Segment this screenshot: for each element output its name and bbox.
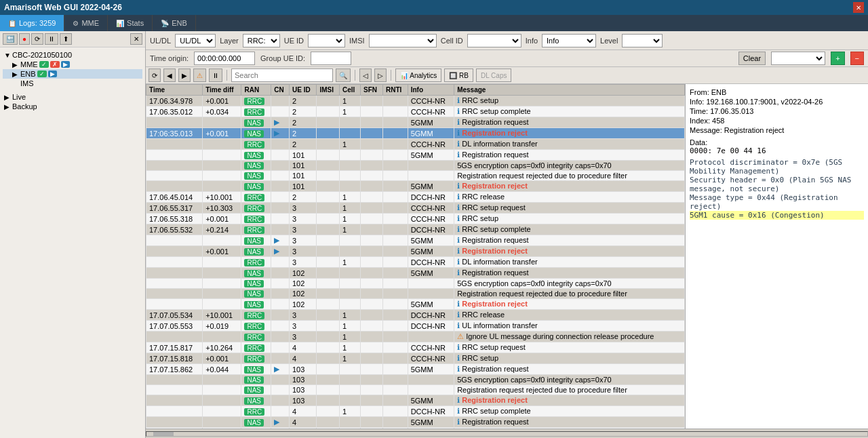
cell-sfn	[361, 235, 383, 246]
table-row[interactable]: 17:06:35.013 +0.001 NAS ▶ 2 5GMM ℹ Regis…	[146, 128, 685, 139]
next-result-button[interactable]: ▷	[374, 68, 387, 82]
sidebar-item-live[interactable]: ▶ Live	[3, 92, 142, 102]
info-label: Info	[526, 37, 538, 45]
cbc-label: CBC-2021050100	[12, 51, 72, 59]
cell-imsi	[317, 321, 340, 332]
cell-cell: 1	[340, 96, 361, 106]
table-row[interactable]: 17.06.34.978 +0.001 RRC 2 1 CCCH-NR ℹ RR…	[146, 96, 685, 106]
table-row[interactable]: 17.07.15.817 +10.264 RRC 4 1 CCCH-NR ℹ R…	[146, 342, 685, 353]
cell-message: ℹ RRC release	[454, 192, 685, 203]
sidebar-item-enb[interactable]: ▶ ENB ✓ ▶	[3, 69, 142, 79]
sidebar-btn-1[interactable]: 🔙	[3, 33, 18, 45]
message-text: RRC setup complete	[462, 107, 531, 115]
bottom-scrollbar[interactable]	[146, 429, 868, 438]
tab-enb[interactable]: 📡 ENB	[153, 15, 196, 31]
next-button[interactable]: ▶	[178, 68, 191, 82]
table-row[interactable]: NAS 102 5GMM ℹ Registration request	[146, 268, 685, 279]
imsi-select[interactable]	[369, 34, 437, 47]
table-row[interactable]: NAS 102 5GS encryption caps=0xf0 integri…	[146, 279, 685, 289]
sidebar-item-cbc[interactable]: ▼ CBC-2021050100	[3, 50, 142, 60]
cell-rnti	[382, 385, 408, 395]
prev-result-button[interactable]: ◁	[359, 68, 372, 82]
add-filter-button[interactable]: +	[831, 52, 844, 65]
table-row[interactable]: NAS 101 5GMM ℹ Registration request	[146, 150, 685, 161]
table-row[interactable]: NAS 103 Registration request rejected du…	[146, 385, 685, 395]
cell-id-label: Cell ID	[441, 37, 463, 45]
filter-select[interactable]	[771, 52, 825, 65]
decode-line-3: Message type = 0x44 (Registration reject…	[690, 193, 864, 211]
log-table-wrapper[interactable]: Time Time diff RAN CN UE ID IMSI Cell SF…	[146, 84, 685, 429]
pause-button[interactable]: ⏸	[209, 68, 222, 82]
sidebar-btn-2[interactable]: ●	[19, 33, 30, 45]
info-select[interactable]: Info	[542, 34, 596, 47]
sidebar-item-mme[interactable]: ▶ MME ✓ ✗ ▶	[3, 60, 142, 69]
sidebar-close[interactable]: ✕	[130, 33, 142, 45]
table-row[interactable]: RRC 2 1 CCCH-NR ℹ DL information transfe…	[146, 139, 685, 150]
tab-stats[interactable]: 📊 Stats	[108, 15, 153, 31]
table-row[interactable]: 17.07.15.862 +0.044 NAS ▶ 103 5GMM ℹ Reg…	[146, 364, 685, 375]
close-button[interactable]: ✕	[853, 2, 864, 13]
tab-mme-label: MME	[81, 19, 99, 27]
cell-timediff	[203, 406, 241, 417]
layer-select[interactable]: RRC:	[243, 34, 280, 47]
tab-logs[interactable]: 📋 Logs: 3259	[0, 15, 64, 31]
cell-imsi	[317, 299, 340, 310]
table-row[interactable]: 17.06.55.318 +0.001 RRC 3 1 CCCH-NR ℹ RR…	[146, 214, 685, 224]
mode-select[interactable]: UL/DLULDL	[175, 34, 216, 47]
group-ue-input[interactable]	[311, 52, 351, 65]
table-row[interactable]: NAS ▶ 4 5GMM ℹ Registration request	[146, 417, 685, 428]
level-select[interactable]	[622, 34, 663, 47]
expand-icon: ▼	[4, 52, 12, 59]
table-row[interactable]: 17.06.35.012 +0.034 RRC 2 1 CCCH-NR ℹ RR…	[146, 106, 685, 117]
table-row[interactable]: NAS ▶ 3 5GMM ℹ Registration request	[146, 235, 685, 246]
sidebar-item-backup[interactable]: ▶ Backup	[3, 102, 142, 111]
sidebar-btn-4[interactable]: ⏸	[45, 33, 58, 45]
table-row[interactable]: 17.07.05.553 +0.019 RRC 3 1 DCCH-NR ℹ UL…	[146, 321, 685, 332]
table-row[interactable]: NAS 103 5GS encryption caps=0xf0 integri…	[146, 375, 685, 385]
table-row[interactable]: NAS 102 Registration request rejected du…	[146, 289, 685, 299]
ue-id-select[interactable]	[308, 34, 345, 47]
search-input[interactable]	[231, 68, 333, 82]
cell-time: 17.07.15.862	[146, 364, 203, 375]
table-row[interactable]: 17.07.05.534 +10.001 RRC 3 1 DCCH-NR ℹ R…	[146, 310, 685, 321]
search-icon-btn[interactable]: 🔍	[336, 68, 351, 82]
cell-ueid: 102	[289, 268, 316, 279]
table-row[interactable]: NAS 101 Registration request rejected du…	[146, 171, 685, 181]
cell-timediff	[203, 171, 241, 181]
table-row[interactable]: 17.06.45.014 +10.001 RRC 2 1 DCCH-NR ℹ R…	[146, 192, 685, 203]
table-row[interactable]: NAS 102 5GMM ℹ Registration reject	[146, 299, 685, 310]
message-text: Registration reject	[462, 247, 528, 255]
table-row[interactable]: +0.001 NAS ▶ 3 5GMM ℹ Registration rejec…	[146, 246, 685, 257]
sidebar-item-mbmsgw[interactable]: IMS	[3, 79, 142, 88]
message-text: 5GS encryption caps=0xf0 integrity caps=…	[457, 161, 611, 170]
table-row[interactable]: 17.06.55.532 +0.214 RRC 3 1 DCCH-NR ℹ RR…	[146, 224, 685, 235]
cell-id-select[interactable]	[467, 34, 521, 47]
table-row[interactable]: 17.07.15.818 +0.001 RRC 4 1 CCCH-NR ℹ RR…	[146, 353, 685, 364]
warn-filter-button[interactable]: ⚠	[193, 68, 206, 82]
table-row[interactable]: RRC 3 1 DCCH-NR ℹ DL information transfe…	[146, 257, 685, 268]
cell-ran: NAS	[241, 279, 271, 289]
table-row[interactable]: NAS 101 5GS encryption caps=0xf0 integri…	[146, 161, 685, 171]
tab-mme[interactable]: ⚙ MME	[64, 15, 108, 31]
table-row[interactable]: NAS ▶ 2 5GMM ℹ Registration request	[146, 117, 685, 128]
message-text: DL information transfer	[462, 140, 537, 148]
sidebar-btn-5[interactable]: ⬆	[60, 33, 72, 45]
table-row[interactable]: NAS 101 5GMM ℹ Registration reject	[146, 181, 685, 192]
cell-rnti	[382, 117, 408, 128]
cell-sfn	[361, 310, 383, 321]
refresh-button[interactable]: ⟳	[149, 68, 161, 82]
table-row[interactable]: NAS 103 5GMM ℹ Registration reject	[146, 395, 685, 406]
cell-time	[146, 332, 203, 342]
table-row[interactable]: RRC 4 1 DCCH-NR ℹ RRC setup complete	[146, 406, 685, 417]
remove-filter-button[interactable]: −	[850, 52, 864, 65]
panel-message: Message: Registration reject	[690, 126, 864, 134]
sidebar-btn-3[interactable]: ⟳	[31, 33, 43, 45]
dl-cap-button[interactable]: DL Caps	[476, 68, 512, 82]
time-origin-input[interactable]	[194, 52, 255, 65]
prev-button[interactable]: ◀	[163, 68, 176, 82]
rb-button[interactable]: 🔲 RB	[444, 68, 473, 82]
table-row[interactable]: RRC 3 1 ⚠ Ignore UL message during conne…	[146, 332, 685, 342]
analytics-button[interactable]: 📊 Analytics	[395, 68, 441, 82]
table-row[interactable]: 17.06.55.317 +10.303 RRC 3 1 CCCH-NR ℹ R…	[146, 203, 685, 214]
clear-button[interactable]: Clear	[738, 52, 766, 65]
